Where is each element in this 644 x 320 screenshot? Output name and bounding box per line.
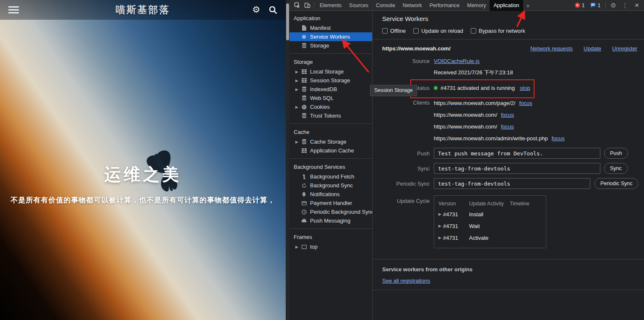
checkbox-label: Offline	[390, 28, 406, 34]
checkbox-icon[interactable]	[382, 28, 388, 34]
checkbox-icon[interactable]	[471, 28, 476, 34]
status-text: #4731 activated and is running	[441, 85, 515, 91]
client-focus-link[interactable]: focus	[519, 100, 532, 106]
push-input[interactable]	[434, 148, 600, 159]
up-down-arrows-icon	[301, 174, 307, 179]
expand-arrow-icon[interactable]: ▶	[295, 70, 301, 74]
devtools-settings-icon[interactable]: ⚙	[608, 0, 618, 10]
expand-arrow-icon[interactable]: ▶	[295, 140, 301, 144]
sync-input[interactable]	[434, 163, 600, 174]
tab-network[interactable]: Network	[399, 0, 426, 11]
client-row: https://www.moewah.com/admin/write-post.…	[434, 132, 565, 144]
expand-arrow-icon[interactable]: ▶	[438, 212, 441, 216]
expand-arrow-icon[interactable]: ▶	[295, 105, 301, 109]
sidebar-item-local-storage[interactable]: ▶ Local Storage	[289, 67, 372, 76]
database-icon	[301, 139, 307, 144]
sidebar-item-web-sql[interactable]: Web SQL	[289, 94, 372, 102]
service-worker-gear-icon: ⚙	[301, 34, 307, 39]
client-focus-link[interactable]: focus	[501, 123, 514, 130]
devtools-panel: Elements Sources Console Network Perform…	[289, 0, 644, 320]
expand-arrow-icon[interactable]: ▶	[295, 245, 301, 249]
sidebar-item-notifications[interactable]: Notifications	[289, 190, 372, 199]
device-toolbar-icon[interactable]	[302, 0, 312, 10]
search-icon[interactable]	[269, 5, 277, 14]
scrollbar-thumb[interactable]	[286, 3, 289, 40]
sidebar-item-label: Storage	[310, 42, 329, 49]
sidebar-item-indexeddb[interactable]: ▶ IndexedDB	[289, 85, 372, 94]
unregister-link[interactable]: Unregister	[612, 45, 637, 52]
tab-performance[interactable]: Performance	[426, 0, 464, 11]
hero-subtitle: 不是所有有价值的事物都可以被计算，也不是所有可计算的事物都值得去计算，	[0, 195, 286, 205]
sidebar-item-application-cache[interactable]: Application Cache	[289, 146, 372, 155]
sidebar-item-push-messaging[interactable]: Push Messaging	[289, 216, 372, 225]
push-button[interactable]: Push	[604, 148, 628, 159]
sidebar-item-label: Background Fetch	[310, 173, 355, 180]
periodic-sync-button[interactable]: Periodic Sync	[594, 178, 638, 189]
expand-arrow-icon[interactable]: ▶	[295, 79, 301, 83]
sidebar-item-frame-top[interactable]: ▶ top	[289, 242, 372, 251]
see-all-registrations-link[interactable]: See all registrations	[382, 278, 430, 284]
update-link[interactable]: Update	[584, 45, 601, 52]
activity-cell: Activate	[469, 235, 510, 241]
expand-arrow-icon[interactable]: ▶	[295, 87, 301, 92]
source-row: Source VOIDCacheRule.js	[382, 55, 644, 67]
tab-application[interactable]: Application	[490, 0, 523, 11]
client-focus-link[interactable]: focus	[501, 112, 514, 118]
error-badge[interactable]: × 1	[572, 1, 587, 10]
sidebar-item-session-storage[interactable]: ▶ Session Storage	[289, 76, 372, 85]
inspect-element-icon[interactable]	[292, 0, 302, 10]
tab-sources[interactable]: Sources	[345, 0, 372, 11]
devtools-close-icon[interactable]: ×	[631, 1, 642, 10]
tab-memory[interactable]: Memory	[463, 0, 490, 11]
checkbox-label: Update on reload	[421, 28, 463, 34]
client-focus-link[interactable]: focus	[552, 135, 565, 142]
checkbox-icon[interactable]	[413, 28, 419, 34]
error-count: 1	[582, 3, 585, 8]
sidebar-item-background-fetch[interactable]: Background Fetch	[289, 172, 372, 181]
sidebar-item-manifest[interactable]: Manifest	[289, 24, 372, 32]
table-row: ▶#4731 Activate	[438, 232, 541, 244]
expand-arrow-icon[interactable]: ▶	[438, 236, 441, 240]
sidebar-item-cache-storage[interactable]: ▶ Cache Storage	[289, 137, 372, 146]
column-header-update-activity: Update Activity	[469, 201, 510, 207]
devtools-menu-icon[interactable]: ⋮	[619, 2, 631, 9]
cookie-icon	[301, 105, 307, 110]
sidebar-item-periodic-background-sync[interactable]: Periodic Background Sync	[289, 207, 372, 216]
service-workers-panel: Service Workers Offline Update on reload	[373, 11, 644, 320]
offline-checkbox[interactable]: Offline	[382, 28, 406, 34]
page-scrollbar[interactable]	[286, 0, 289, 320]
message-badge[interactable]: 1	[588, 1, 603, 10]
bell-icon	[301, 192, 307, 197]
sidebar-item-storage-clear[interactable]: Storage	[289, 41, 372, 50]
sidebar-section-application: Application	[289, 13, 372, 24]
sidebar-item-label: Notifications	[310, 191, 340, 197]
source-file-link[interactable]: VOIDCacheRule.js	[434, 58, 480, 64]
sidebar-item-payment-handler[interactable]: Payment Handler	[289, 199, 372, 207]
sidebar-item-label: Service Workers	[310, 34, 350, 40]
network-requests-link[interactable]: Network requests	[530, 45, 573, 52]
sidebar-section-storage: Storage	[289, 57, 372, 67]
site-settings-icon[interactable]: ⚙	[252, 5, 260, 14]
more-tabs-icon[interactable]: »	[523, 2, 533, 9]
push-row: Push Push	[382, 147, 644, 159]
client-url: https://www.moewah.com/page/2/	[434, 100, 515, 106]
update-on-reload-checkbox[interactable]: Update on reload	[413, 28, 463, 34]
sidebar-item-label: Trust Tokens	[310, 113, 341, 119]
sidebar-item-label: Application Cache	[310, 147, 354, 154]
sidebar-item-background-sync[interactable]: Background Sync	[289, 181, 372, 190]
site-header: 喵斯基部落 ⚙	[0, 0, 286, 20]
tab-console[interactable]: Console	[372, 0, 399, 11]
sidebar-item-trust-tokens[interactable]: Trust Tokens	[289, 111, 372, 120]
tab-elements[interactable]: Elements	[316, 0, 345, 11]
database-icon	[301, 43, 307, 48]
bypass-for-network-checkbox[interactable]: Bypass for network	[471, 28, 525, 34]
periodic-sync-input[interactable]	[434, 178, 590, 189]
expand-arrow-icon[interactable]: ▶	[438, 224, 441, 228]
table-icon	[301, 69, 307, 74]
sidebar-item-cookies[interactable]: ▶ Cookies	[289, 102, 372, 111]
stop-link[interactable]: stop	[520, 85, 530, 91]
message-icon	[590, 3, 596, 8]
sidebar-item-service-workers[interactable]: ⚙ Service Workers	[289, 32, 372, 41]
sync-button[interactable]: Sync	[604, 163, 628, 174]
column-header-timeline: Timeline	[510, 201, 541, 207]
